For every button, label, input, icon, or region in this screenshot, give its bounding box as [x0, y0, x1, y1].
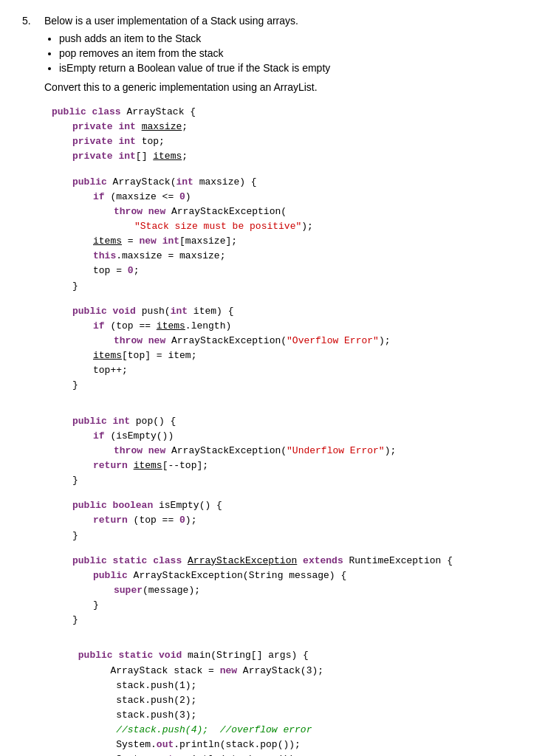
question-number: 5.	[22, 15, 37, 756]
code-line-8: "Stack size must be positive");	[52, 219, 523, 234]
code-line-12: }	[52, 279, 523, 294]
code-line-19: public int pop() {	[52, 414, 523, 429]
code-line-28: public ArrayStackException(String messag…	[52, 568, 523, 583]
code-block: public class ArrayStack { private int ma…	[44, 105, 523, 756]
code-line-29: super(message);	[52, 583, 523, 598]
code-line-22: return items[--top];	[52, 458, 523, 473]
code-line-14: if (top == items.length)	[52, 319, 523, 334]
code-line-9: items = new int[maxsize];	[52, 234, 523, 249]
question-block: 5. Below is a user implementation of a S…	[22, 15, 523, 756]
code-line-13: public void push(int item) {	[52, 304, 523, 319]
code-line-11: top = 0;	[52, 264, 523, 278]
code-line-18: }	[52, 378, 523, 393]
bullet-list: push adds an item to the Stack pop remov…	[44, 32, 523, 74]
bullet-item-2: pop removes an item from the stack	[59, 47, 523, 59]
code-line-21: throw new ArrayStackException("Underflow…	[52, 444, 523, 458]
code-line-35: stack.push(2);	[52, 693, 523, 708]
code-line-37: //stack.push(4); //overflow error	[52, 723, 523, 738]
code-line-39: System.out.println(stack.pop());	[52, 752, 523, 756]
code-line-6: if (maxsize <= 0)	[52, 190, 523, 205]
code-line-31: }	[52, 613, 523, 628]
code-line-34: stack.push(1);	[52, 678, 523, 693]
code-line-17: top++;	[52, 363, 523, 378]
code-line-5: public ArrayStack(int maxsize) {	[52, 175, 523, 190]
code-line-4: private int[] items;	[52, 149, 523, 164]
bullet-item-1: push adds an item to the Stack	[59, 32, 523, 44]
code-line-1: public class ArrayStack {	[52, 105, 523, 120]
code-line-25: return (top == 0);	[52, 513, 523, 528]
code-line-24: public boolean isEmpty() {	[52, 498, 523, 513]
code-line-26: }	[52, 529, 523, 543]
code-line-20: if (isEmpty())	[52, 429, 523, 444]
code-line-33: ArrayStack stack = new ArrayStack(3);	[52, 664, 523, 678]
code-line-36: stack.push(3);	[52, 708, 523, 723]
question-intro: Below is a user implementation of a Stac…	[44, 15, 523, 27]
code-line-16: items[top] = item;	[52, 348, 523, 363]
code-line-2: private int maxsize;	[52, 120, 523, 134]
code-line-23: }	[52, 473, 523, 488]
code-line-38: System.out.println(stack.pop());	[52, 738, 523, 752]
code-line-32: public static void main(String[] args) {	[52, 648, 523, 663]
code-line-27: public static class ArrayStackException …	[52, 554, 523, 568]
code-line-3: private int top;	[52, 134, 523, 149]
code-line-10: this.maxsize = maxsize;	[52, 249, 523, 264]
convert-text: Convert this to a generic implementation…	[44, 81, 523, 93]
question-body: Below is a user implementation of a Stac…	[44, 15, 523, 756]
code-line-15: throw new ArrayStackException("Overflow …	[52, 334, 523, 348]
code-line-7: throw new ArrayStackException(	[52, 205, 523, 219]
code-line-30: }	[52, 598, 523, 613]
bullet-item-3: isEmpty return a Boolean value of true i…	[59, 62, 523, 74]
